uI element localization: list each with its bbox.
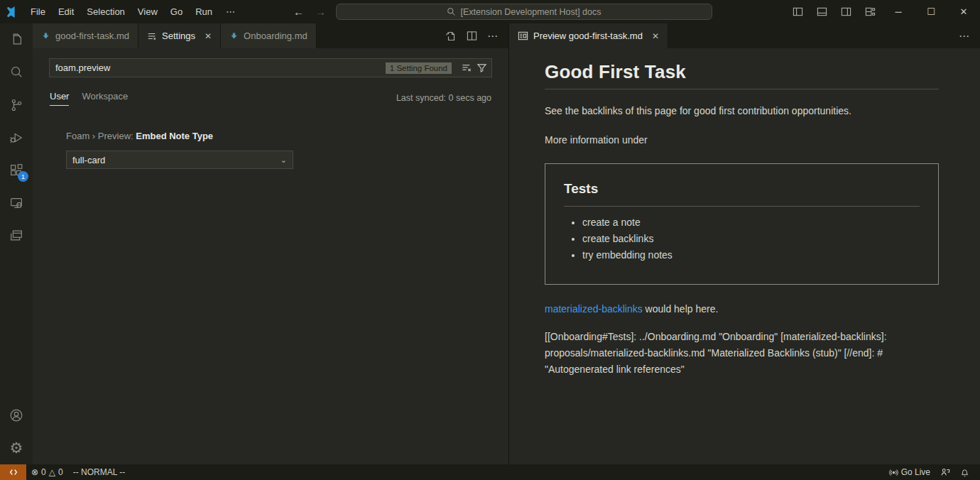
preview-title: Good First Task [545, 61, 939, 89]
source-control-icon[interactable] [0, 89, 33, 121]
remote-indicator[interactable] [0, 464, 26, 480]
select-value: full-card [72, 155, 105, 165]
toggle-primary-sidebar-button[interactable] [785, 0, 810, 23]
filter-funnel-icon[interactable] [477, 62, 487, 73]
command-center-search[interactable]: [Extension Development Host] docs [336, 4, 712, 20]
preview-paragraph-1: See the backlinks of this page for good … [545, 104, 939, 119]
bell-icon [960, 468, 969, 477]
activity-bar: 1 ⚙ [0, 23, 33, 464]
editor-more-actions-icon[interactable]: ⋯ [487, 30, 499, 43]
preview-paragraph-2: More information under [545, 133, 939, 148]
tab-close-icon[interactable]: ✕ [652, 31, 659, 41]
broadcast-icon [889, 468, 898, 477]
tab-bar-more-actions-icon[interactable]: ⋯ [959, 23, 970, 48]
markdown-file-icon [229, 31, 239, 40]
warnings-icon: △ [49, 467, 55, 477]
embed-note-type-select[interactable]: full-card ⌄ [66, 151, 293, 169]
tab-label: Onboarding.md [244, 31, 307, 41]
title-bar: File Edit Selection View Go Run ⋯ ← → [E… [0, 0, 980, 23]
live-share-button[interactable] [935, 464, 955, 480]
menu-file[interactable]: File [24, 0, 52, 23]
tab-label: Settings [162, 31, 195, 41]
embedded-note-title: Tests [564, 181, 920, 207]
menu-selection[interactable]: Selection [80, 0, 131, 23]
settings-search-bar[interactable]: 1 Setting Found [49, 58, 492, 77]
settings-editor-icon [147, 31, 157, 41]
search-icon[interactable] [0, 56, 33, 89]
scope-tab-user[interactable]: User [50, 91, 69, 106]
setting-category-label: Foam › Preview: [66, 131, 136, 141]
search-icon [447, 7, 456, 16]
backlink-line: materialized-backlinks would help here. [545, 303, 939, 315]
menu-view[interactable]: View [131, 0, 164, 23]
windows-icon[interactable] [0, 219, 33, 252]
setting-name-label: Embed Note Type [136, 131, 213, 141]
setting-embed-note-type: Foam › Preview: Embed Note Type full-car… [66, 131, 492, 169]
navigate-forward-button[interactable]: → [315, 6, 326, 18]
chevron-down-icon: ⌄ [281, 156, 287, 165]
tab-label: Preview good-first-task.md [533, 31, 643, 41]
accounts-icon[interactable] [0, 399, 33, 432]
list-item: try embedding notes [582, 249, 920, 261]
toggle-secondary-sidebar-button[interactable] [834, 0, 858, 23]
run-and-debug-icon[interactable] [0, 121, 33, 154]
remote-explorer-icon[interactable] [0, 187, 33, 219]
customize-layout-button[interactable] [858, 0, 882, 23]
list-item: create a note [582, 217, 920, 228]
editor-group-left: good-first-task.md Settings ✕ Onboarding… [33, 23, 508, 464]
vscode-window: File Edit Selection View Go Run ⋯ ← → [E… [0, 0, 980, 480]
materialized-backlinks-link[interactable]: materialized-backlinks [545, 303, 643, 315]
navigate-back-button[interactable]: ← [293, 6, 304, 18]
extensions-icon[interactable]: 1 [0, 154, 33, 187]
toggle-panel-button[interactable] [810, 0, 834, 23]
link-references-text: [[Onboarding#Tests]: ../Onboarding.md "O… [545, 329, 939, 378]
embedded-note-list: create a note create backlinks try embed… [582, 217, 920, 261]
errors-count: 0 [41, 467, 46, 477]
manage-gear-icon[interactable]: ⚙ [0, 432, 33, 464]
tab-close-icon[interactable]: ✕ [205, 31, 212, 41]
markdown-preview: Good First Task See the backlinks of thi… [509, 48, 980, 378]
tab-label: good-first-task.md [55, 31, 129, 41]
tab-bar-right: Preview good-first-task.md ✕ ⋯ [509, 23, 980, 48]
notifications-button[interactable] [955, 464, 974, 480]
clear-filters-icon[interactable] [462, 62, 472, 73]
menu-overflow-button[interactable]: ⋯ [219, 0, 244, 23]
tab-good-first-task[interactable]: good-first-task.md [33, 23, 138, 48]
settings-search-input[interactable] [55, 62, 386, 73]
errors-icon: ⊗ [31, 467, 38, 477]
split-editor-icon[interactable] [467, 31, 477, 41]
markdown-preview-icon [518, 31, 528, 41]
settings-scope-tabs: User Workspace Last synced: 0 secs ago [49, 89, 492, 107]
markdown-file-icon [41, 31, 50, 40]
status-bar: ⊗ 0 △ 0 -- NORMAL -- Go Live [0, 464, 980, 480]
last-synced-label: Last synced: 0 secs ago [396, 93, 491, 103]
go-live-button[interactable]: Go Live [884, 464, 935, 480]
tab-preview-good-first-task[interactable]: Preview good-first-task.md ✕ [509, 23, 668, 48]
vim-mode-label: -- NORMAL -- [73, 467, 126, 477]
explorer-icon[interactable] [0, 23, 33, 56]
close-button[interactable]: ✕ [947, 0, 980, 23]
minimize-button[interactable]: ─ [882, 0, 915, 23]
tab-onboarding[interactable]: Onboarding.md [221, 23, 317, 48]
extensions-badge: 1 [18, 171, 28, 182]
list-item: create backlinks [582, 233, 920, 244]
tab-bar-left: good-first-task.md Settings ✕ Onboarding… [33, 23, 508, 48]
editor-group-right: Preview good-first-task.md ✕ ⋯ Good Firs… [508, 23, 980, 464]
embedded-note-card: Tests create a note create backlinks try… [545, 163, 939, 285]
tab-settings[interactable]: Settings ✕ [138, 23, 221, 48]
settings-found-badge: 1 Setting Found [386, 62, 452, 74]
menu-edit[interactable]: Edit [52, 0, 80, 23]
problems-status[interactable]: ⊗ 0 △ 0 [26, 464, 68, 480]
warnings-count: 0 [58, 467, 63, 477]
menu-go[interactable]: Go [164, 0, 189, 23]
menu-run[interactable]: Run [189, 0, 219, 23]
command-center-label: [Extension Development Host] docs [460, 7, 601, 17]
open-settings-json-icon[interactable] [445, 31, 457, 42]
scope-tab-workspace[interactable]: Workspace [82, 91, 128, 105]
settings-editor: 1 Setting Found User Workspace Last sync… [33, 48, 508, 169]
go-live-label: Go Live [901, 467, 930, 477]
setting-title: Foam › Preview: Embed Note Type [66, 131, 492, 141]
vim-mode-status[interactable]: -- NORMAL -- [68, 464, 131, 480]
vscode-logo-icon [0, 6, 24, 18]
maximize-button[interactable]: ☐ [915, 0, 947, 23]
